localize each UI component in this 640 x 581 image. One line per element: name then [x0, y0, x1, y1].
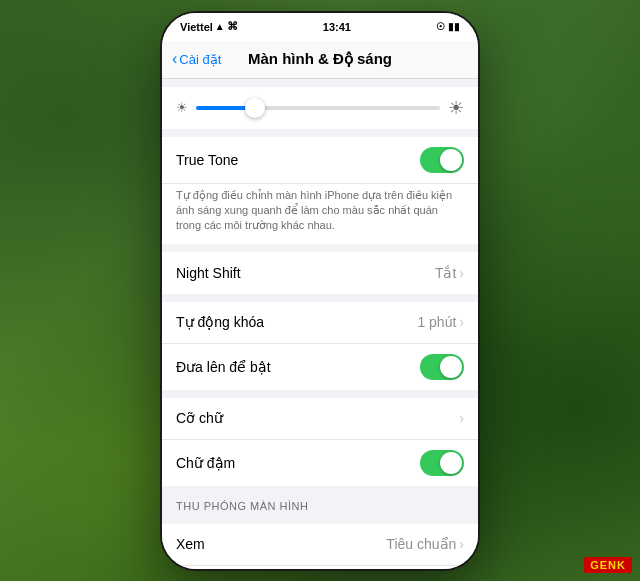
brightness-section: ☀ ☀ [162, 87, 478, 129]
night-shift-label: Night Shift [176, 265, 241, 281]
page-title: Màn hình & Độ sáng [248, 50, 392, 68]
night-shift-section: Night Shift Tắt › [162, 252, 478, 294]
back-label: Cài đặt [179, 52, 221, 67]
raise-to-wake-thumb [440, 356, 462, 378]
bold-text-thumb [440, 452, 462, 474]
view-value: Tiêu chuẩn › [386, 536, 464, 552]
battery-eye-icon: ☉ [436, 21, 445, 32]
bold-text-label: Chữ đậm [176, 455, 235, 471]
text-size-label: Cỡ chữ [176, 410, 223, 426]
auto-lock-value: 1 phút › [417, 314, 464, 330]
genk-k: K [617, 559, 626, 571]
view-label: Xem [176, 536, 205, 552]
carrier-label: Viettel [180, 21, 213, 33]
bold-text-toggle[interactable] [420, 450, 464, 476]
auto-lock-label: Tự động khóa [176, 314, 264, 330]
raise-to-wake-row[interactable]: Đưa lên để bật [162, 344, 478, 390]
content-area: ☀ ☀ True Tone Tự động điều chỉnh màn hìn… [162, 79, 478, 571]
brightness-thumb[interactable] [245, 98, 265, 118]
true-tone-toggle[interactable] [420, 147, 464, 173]
display-zoom-section: THU PHÓNG MÀN HÌNH Xem Tiêu chuẩn › Chọn… [162, 486, 478, 571]
phone-frame: Viettel ▲ ⌘ 13:41 ☉ ▮▮ ‹ Cài đặt Màn hìn… [160, 11, 480, 571]
view-status: Tiêu chuẩn [386, 536, 456, 552]
night-shift-chevron: › [459, 265, 464, 281]
raise-to-wake-toggle[interactable] [420, 354, 464, 380]
back-button[interactable]: ‹ Cài đặt [172, 50, 221, 68]
text-size-chevron: › [459, 410, 464, 426]
display-zoom-group: Xem Tiêu chuẩn › Chọn một chế độ xem cho… [162, 524, 478, 571]
text-section: Cỡ chữ › Chữ đậm [162, 398, 478, 486]
true-tone-label: True Tone [176, 152, 238, 168]
text-size-row[interactable]: Cỡ chữ › [162, 398, 478, 440]
status-left: Viettel ▲ ⌘ [180, 20, 238, 33]
night-shift-value: Tắt › [435, 265, 464, 281]
nav-bar: ‹ Cài đặt Màn hình & Độ sáng [162, 41, 478, 79]
true-tone-thumb [440, 149, 462, 171]
genk-text: GEN [590, 559, 617, 571]
time-label: 13:41 [323, 21, 351, 33]
night-shift-row[interactable]: Night Shift Tắt › [162, 252, 478, 294]
genk-badge: GENK [584, 557, 632, 573]
bold-text-row[interactable]: Chữ đậm [162, 440, 478, 486]
view-chevron: › [459, 536, 464, 552]
status-bar: Viettel ▲ ⌘ 13:41 ☉ ▮▮ [162, 13, 478, 41]
display-zoom-header: THU PHÓNG MÀN HÌNH [162, 486, 478, 516]
auto-lock-row[interactable]: Tự động khóa 1 phút › [162, 302, 478, 344]
signal-icon: ▲ [215, 21, 225, 32]
brightness-slider[interactable] [196, 106, 440, 110]
true-tone-row[interactable]: True Tone [162, 137, 478, 184]
status-right: ☉ ▮▮ [436, 21, 460, 32]
auto-lock-chevron: › [459, 314, 464, 330]
true-tone-description: Tự động điều chỉnh màn hình iPhone dựa t… [162, 184, 478, 244]
back-chevron-icon: ‹ [172, 50, 177, 68]
wifi-icon: ⌘ [227, 20, 238, 33]
brightness-low-icon: ☀ [176, 100, 188, 115]
raise-to-wake-label: Đưa lên để bật [176, 359, 271, 375]
phone-wrapper: Viettel ▲ ⌘ 13:41 ☉ ▮▮ ‹ Cài đặt Màn hìn… [160, 11, 480, 571]
battery-icon: ▮▮ [448, 21, 460, 32]
true-tone-section: True Tone Tự động điều chỉnh màn hình iP… [162, 137, 478, 244]
auto-lock-status: 1 phút [417, 314, 456, 330]
display-zoom-description: Chọn một chế độ xem cho iPhone. Thu phón… [162, 566, 478, 571]
brightness-high-icon: ☀ [448, 97, 464, 119]
night-shift-status: Tắt [435, 265, 456, 281]
view-row[interactable]: Xem Tiêu chuẩn › [162, 524, 478, 566]
lock-section: Tự động khóa 1 phút › Đưa lên để bật [162, 302, 478, 390]
text-size-value: › [459, 410, 464, 426]
